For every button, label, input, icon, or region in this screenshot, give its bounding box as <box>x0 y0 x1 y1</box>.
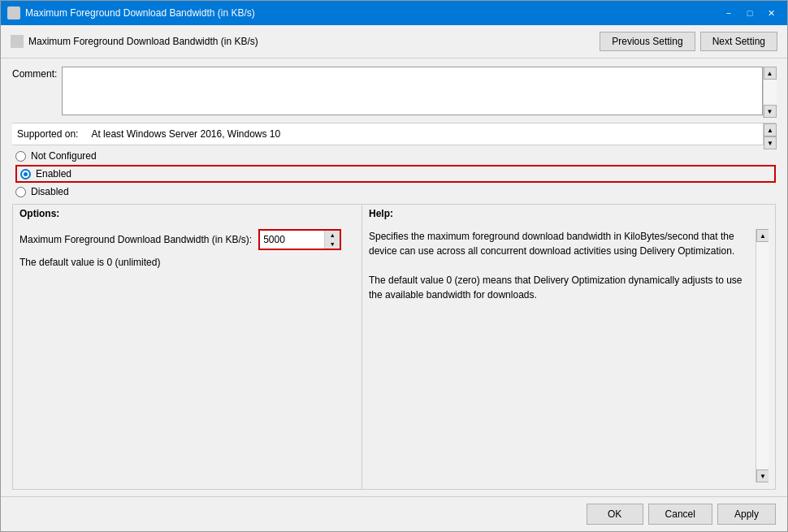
scroll-up-arrow[interactable]: ▲ <box>764 67 777 80</box>
header-bar: Maximum Foreground Download Bandwidth (i… <box>1 25 787 58</box>
window-title: Maximum Foreground Download Bandwidth (i… <box>25 7 255 19</box>
scroll-down-arrow[interactable]: ▼ <box>764 105 777 118</box>
panels-header: Options: Help: <box>12 204 776 223</box>
help-scroll-track <box>756 242 769 469</box>
supported-scroll-down[interactable]: ▼ <box>764 136 777 149</box>
bottom-bar: OK Cancel Apply <box>1 496 787 531</box>
help-panel: Specifies the maximum foreground downloa… <box>362 223 775 489</box>
bandwidth-spinner: ▲ ▼ <box>258 229 341 250</box>
scroll-track <box>764 80 777 105</box>
comment-textarea[interactable] <box>62 67 763 115</box>
spinner-buttons: ▲ ▼ <box>325 231 340 249</box>
enabled-radio[interactable] <box>20 169 31 179</box>
comment-row: Comment: ▲ ▼ <box>12 67 776 118</box>
default-value-text: The default value is 0 (unlimited) <box>19 257 355 268</box>
comment-textarea-wrapper: ▲ ▼ <box>62 67 776 118</box>
help-scroll-down[interactable]: ▼ <box>756 469 769 482</box>
supported-label: Supported on: <box>12 125 83 143</box>
bandwidth-field-label: Maximum Foreground Download Bandwidth (i… <box>19 234 252 245</box>
radio-section: Not Configured Enabled Disabled <box>12 150 776 197</box>
cancel-button[interactable]: Cancel <box>648 504 712 525</box>
title-bar-left: Maximum Foreground Download Bandwidth (i… <box>7 6 255 19</box>
not-configured-radio[interactable] <box>15 151 26 162</box>
header-buttons: Previous Setting Next Setting <box>600 32 777 51</box>
content-area: Comment: ▲ ▼ Supported on: At least Wind… <box>1 58 787 496</box>
options-panel-header: Options: <box>12 204 362 223</box>
main-window: Maximum Foreground Download Bandwidth (i… <box>0 0 788 532</box>
enabled-label: Enabled <box>36 168 71 179</box>
supported-scrollbar: ▲ ▼ <box>763 123 776 145</box>
options-panel: Maximum Foreground Download Bandwidth (i… <box>13 223 362 489</box>
enabled-option-highlight[interactable]: Enabled <box>15 165 776 183</box>
close-button[interactable]: ✕ <box>761 5 781 21</box>
not-configured-label: Not Configured <box>31 150 97 162</box>
disabled-radio[interactable] <box>15 187 26 197</box>
help-text-area: Specifies the maximum foreground downloa… <box>369 229 769 482</box>
main-panels: Maximum Foreground Download Bandwidth (i… <box>12 223 776 490</box>
window-icon <box>7 6 20 19</box>
previous-setting-button[interactable]: Previous Setting <box>600 32 695 51</box>
title-bar: Maximum Foreground Download Bandwidth (i… <box>1 1 787 25</box>
help-paragraph-1: Specifies the maximum foreground downloa… <box>369 229 754 258</box>
supported-value: At least Windows Server 2016, Windows 10 <box>88 123 776 145</box>
comment-scrollbar[interactable]: ▲ ▼ <box>763 67 776 118</box>
minimize-button[interactable]: − <box>719 5 738 21</box>
next-setting-button[interactable]: Next Setting <box>700 32 777 51</box>
title-controls: − □ ✕ <box>719 5 781 21</box>
help-scroll-up[interactable]: ▲ <box>756 229 769 242</box>
comment-label: Comment: <box>12 67 57 80</box>
header-title-text: Maximum Foreground Download Bandwidth (i… <box>28 36 258 47</box>
header-icon <box>11 35 24 48</box>
help-scrollbar: ▲ ▼ <box>756 229 769 482</box>
apply-button[interactable]: Apply <box>717 504 776 525</box>
bandwidth-input[interactable] <box>260 231 325 249</box>
maximize-button[interactable]: □ <box>740 5 760 21</box>
spinner-down-button[interactable]: ▼ <box>325 240 340 249</box>
not-configured-option[interactable]: Not Configured <box>15 150 776 162</box>
supported-row: Supported on: At least Windows Server 20… <box>12 123 776 145</box>
bandwidth-row: Maximum Foreground Download Bandwidth (i… <box>19 229 355 250</box>
help-text-content: Specifies the maximum foreground downloa… <box>369 229 769 302</box>
supported-scroll-up[interactable]: ▲ <box>764 123 777 136</box>
disabled-option[interactable]: Disabled <box>15 186 776 197</box>
spinner-up-button[interactable]: ▲ <box>325 231 340 240</box>
supported-value-wrapper: At least Windows Server 2016, Windows 10… <box>88 123 776 145</box>
help-paragraph-2: The default value 0 (zero) means that De… <box>369 273 754 302</box>
ok-button[interactable]: OK <box>587 504 643 525</box>
header-title-area: Maximum Foreground Download Bandwidth (i… <box>11 35 258 48</box>
disabled-label: Disabled <box>31 186 69 197</box>
help-panel-header: Help: <box>362 204 776 223</box>
